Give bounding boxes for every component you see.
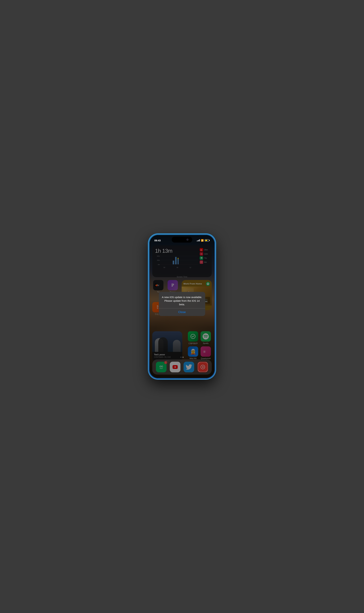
alert-overlay: A new iOS update is now available. Pleas… xyxy=(150,235,214,378)
status-time: 09:43 xyxy=(154,239,161,242)
dynamic-island xyxy=(172,237,192,243)
camera xyxy=(186,239,189,241)
status-icons: 📶 xyxy=(197,239,210,242)
wifi-icon: 📶 xyxy=(201,239,204,242)
battery-icon xyxy=(205,239,210,242)
alert-content: A new iOS update is now available. Pleas… xyxy=(159,292,205,308)
phone-screen: 09:43 📶 1 xyxy=(150,235,214,378)
alert-close-button[interactable]: Close xyxy=(159,308,205,316)
phone-device: 09:43 📶 1 xyxy=(148,234,216,379)
alert-dialog: A new iOS update is now available. Pleas… xyxy=(159,292,205,316)
alert-message: A new iOS update is now available. Pleas… xyxy=(162,295,202,306)
signal-icon xyxy=(197,239,200,241)
